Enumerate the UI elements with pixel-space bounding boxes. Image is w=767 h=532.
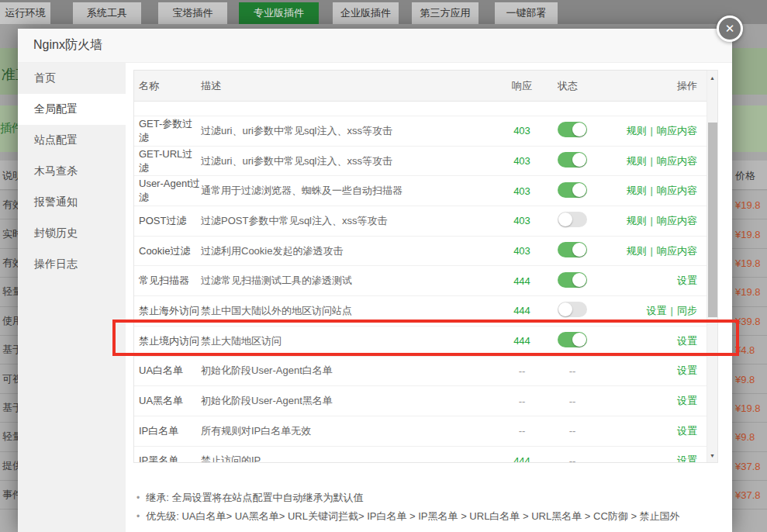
- sidebar-item-label: 全局配置: [34, 102, 78, 116]
- action-link[interactable]: 同步: [677, 305, 697, 316]
- action-link[interactable]: 规则: [627, 245, 647, 257]
- rule-status: --: [541, 455, 610, 463]
- toggle-on[interactable]: [558, 272, 587, 288]
- rule-name: POST过滤: [134, 214, 201, 228]
- toggle-off[interactable]: [558, 212, 587, 227]
- nav-tab-4[interactable]: 专业版插件: [239, 2, 319, 24]
- nav-tab-3[interactable]: 宝塔插件: [158, 2, 227, 24]
- sidebar-item-3[interactable]: 站点配置: [18, 125, 126, 156]
- toggle-knob: [572, 153, 586, 167]
- rule-actions: 规则|响应内容: [610, 154, 707, 168]
- rule-response: 403: [503, 245, 541, 257]
- background-price: ¥19.8: [735, 257, 761, 268]
- action-link[interactable]: 响应内容: [657, 125, 697, 136]
- rule-name: UA白名单: [134, 364, 201, 378]
- rule-desc: 过滤常见扫描测试工具的渗透测试: [201, 274, 503, 288]
- action-link[interactable]: 设置: [677, 364, 697, 376]
- rule-actions: 规则|响应内容: [610, 244, 707, 258]
- toggle-on[interactable]: [558, 242, 587, 257]
- action-link[interactable]: 规则: [627, 215, 647, 226]
- rule-desc: 所有规则对IP白名单无效: [201, 424, 503, 438]
- status-dash: --: [558, 396, 587, 407]
- sidebar-item-4[interactable]: 木马查杀: [18, 156, 126, 187]
- action-link[interactable]: 设置: [677, 425, 697, 437]
- rule-desc: 过滤uri、uri参数中常见sql注入、xss等攻击: [201, 124, 503, 138]
- action-link[interactable]: 设置: [677, 454, 697, 463]
- nav-tab-5[interactable]: 企业版插件: [333, 2, 399, 24]
- table-scrollbar[interactable]: ▲ ▼: [707, 71, 717, 462]
- nginx-firewall-modal: Nginx防火墙 首页全局配置站点配置木马查杀报警通知封锁历史操作日志 名称 描…: [18, 29, 732, 532]
- sidebar-item-7[interactable]: 操作日志: [18, 249, 126, 280]
- background-price: ¥19.8: [735, 286, 761, 298]
- action-link[interactable]: 规则: [627, 155, 647, 167]
- rule-actions: 设置: [610, 424, 707, 438]
- sidebar-item-6[interactable]: 封锁历史: [18, 218, 126, 249]
- rule-desc: 过滤POST参数中常见sql注入、xss等攻击: [201, 214, 503, 228]
- background-price: ¥19.8: [735, 228, 761, 240]
- action-link[interactable]: 响应内容: [657, 185, 697, 196]
- action-link[interactable]: 规则: [627, 125, 647, 136]
- rule-response: --: [503, 365, 541, 377]
- sidebar-item-label: 封锁历史: [34, 226, 78, 240]
- close-icon[interactable]: ✕: [717, 16, 743, 42]
- nav-tab-label: 宝塔插件: [173, 6, 213, 20]
- scrollbar-up-icon[interactable]: ▲: [707, 71, 717, 85]
- rules-table: 名称 描述 响应 状态 操作 GET-参数过滤过滤uri、uri参数中常见sql…: [133, 70, 718, 463]
- toggle-knob: [572, 123, 586, 136]
- action-link[interactable]: 响应内容: [657, 245, 697, 257]
- rule-status: --: [541, 365, 610, 377]
- rule-name: IP黑名单: [134, 454, 201, 463]
- action-link[interactable]: 设置: [677, 395, 697, 406]
- rule-status: [541, 122, 610, 140]
- footer-note: 继承: 全局设置将在站点配置中自动继承为默认值: [136, 489, 726, 507]
- table-row: IP白名单所有规则对IP白名单无效----设置: [134, 416, 707, 447]
- highlight-rectangle: [112, 320, 739, 356]
- table-body: GET-参数过滤过滤uri、uri参数中常见sql注入、xss等攻击403规则|…: [134, 116, 717, 463]
- action-link[interactable]: 响应内容: [657, 215, 697, 226]
- rule-desc: 过滤uri、uri参数中常见sql注入、xss等攻击: [201, 154, 503, 168]
- rule-status: [541, 272, 610, 290]
- rule-name: GET-URL过滤: [134, 147, 201, 175]
- toggle-on[interactable]: [558, 182, 587, 198]
- toggle-on[interactable]: [558, 122, 587, 137]
- rule-actions: 设置: [610, 364, 707, 378]
- scrolled-partial-row: [134, 102, 707, 116]
- rule-status: [541, 182, 610, 200]
- background-price: ¥19.8: [735, 402, 761, 413]
- action-separator: |: [651, 125, 653, 136]
- rule-response: 403: [503, 155, 541, 167]
- nav-tab-1[interactable]: 运行环境: [0, 2, 50, 24]
- scrollbar-down-icon[interactable]: ▼: [707, 448, 717, 462]
- background-price: ¥9.8: [735, 431, 755, 443]
- scrollbar-thumb[interactable]: [708, 123, 717, 317]
- rule-actions: 设置: [610, 274, 707, 288]
- rule-response: --: [503, 425, 541, 437]
- action-link[interactable]: 响应内容: [657, 155, 697, 167]
- table-row: UA黑名单初始化阶段User-Agent黑名单----设置: [134, 386, 707, 416]
- sidebar-item-5[interactable]: 报警通知: [18, 187, 126, 218]
- action-link[interactable]: 设置: [677, 275, 697, 286]
- toggle-knob: [572, 273, 586, 287]
- rule-name: UA黑名单: [134, 394, 201, 408]
- nav-tab-6[interactable]: 第三方应用: [412, 2, 479, 24]
- nav-tab-7[interactable]: 一键部署: [495, 2, 558, 24]
- nav-tab-label: 专业版插件: [254, 6, 304, 20]
- action-separator: |: [651, 155, 653, 167]
- background-price: ¥37.8: [735, 460, 761, 472]
- sidebar-item-2[interactable]: 全局配置: [18, 94, 126, 125]
- header-name: 名称: [134, 79, 201, 93]
- rule-desc: 初始化阶段User-Agent黑名单: [201, 394, 503, 408]
- sidebar-item-1[interactable]: 首页: [18, 63, 126, 94]
- action-link[interactable]: 设置: [647, 305, 667, 316]
- nav-tab-label: 企业版插件: [340, 6, 391, 20]
- rule-response: 444: [503, 455, 541, 463]
- toggle-on[interactable]: [558, 152, 587, 168]
- table-row: GET-URL过滤过滤uri、uri参数中常见sql注入、xss等攻击403规则…: [134, 147, 707, 177]
- nav-tab-2[interactable]: 系统工具: [73, 2, 141, 24]
- rule-name: User-Agent过滤: [134, 177, 201, 205]
- rule-status: --: [541, 425, 610, 437]
- toggle-off[interactable]: [558, 302, 587, 317]
- status-dash: --: [558, 425, 587, 437]
- action-link[interactable]: 规则: [627, 185, 647, 196]
- rule-response: --: [503, 396, 541, 407]
